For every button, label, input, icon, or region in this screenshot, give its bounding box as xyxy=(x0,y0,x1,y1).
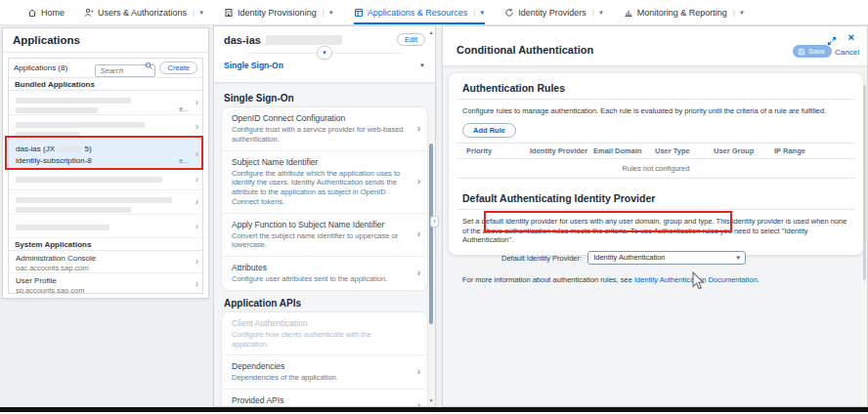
panel-title: Conditional Authentication xyxy=(456,44,593,56)
chevron-right-icon: › xyxy=(195,256,198,267)
redacted-text xyxy=(16,197,172,203)
close-icon[interactable]: × xyxy=(848,32,854,42)
home-icon xyxy=(27,8,37,18)
app-detail-content: Single Sign-On OpenID Connect Configurat… xyxy=(214,83,435,406)
chevron-right-icon: › xyxy=(417,123,420,134)
app-title: User Profile xyxy=(16,276,187,286)
conditional-authentication-panel: Conditional Authentication × Save Cancel… xyxy=(442,25,868,407)
search-icon[interactable] xyxy=(145,62,153,70)
footer-text: For more information about authenticatio… xyxy=(462,275,634,284)
create-button[interactable]: Create xyxy=(159,62,197,74)
edit-button[interactable]: Edit xyxy=(397,33,425,46)
redacted-text xyxy=(16,132,80,138)
app-list-item-redacted[interactable]: › xyxy=(9,190,202,215)
app-list-item-das-ias-selected[interactable]: das-ias (JX 5) identity-subscription-8 e… xyxy=(9,140,202,170)
nav-label: Applications & Resources xyxy=(368,8,468,18)
nav-item-identity-provisioning[interactable]: Identity Provisioning | ▼ xyxy=(224,0,334,24)
chevron-down-icon[interactable]: ▼ xyxy=(479,10,485,16)
redacted-text xyxy=(16,107,98,113)
applications-toolbar: Applications (8) Create xyxy=(9,59,202,78)
provisioning-icon xyxy=(224,8,234,18)
section-card: OpenID Connect Configuration Configure t… xyxy=(222,107,427,290)
app-list-item-redacted[interactable]: e... › xyxy=(9,91,202,115)
nav-item-identity-providers[interactable]: Identity Providers | ▼ xyxy=(504,0,604,24)
app-detail-panel: das-ias Edit ▼ Single Sign-On ▼ Single S… xyxy=(213,25,436,407)
section-card: Client Authentication Configure how clie… xyxy=(222,312,427,406)
cancel-button[interactable]: Cancel xyxy=(835,48,859,57)
chevron-down-icon[interactable]: ▼ xyxy=(598,10,604,16)
nav-item-monitoring-reporting[interactable]: Monitoring & Reporting | ▼ xyxy=(624,0,745,24)
item-subject-name-identifier[interactable]: Subject Name Identifier Configure the at… xyxy=(222,151,427,214)
monitoring-icon xyxy=(624,8,633,18)
ias-admin-console: Home Users & Authorizations | ▼ Identity… xyxy=(0,0,868,414)
nav-separator: | xyxy=(323,8,325,17)
chevron-down-icon: ▼ xyxy=(735,252,741,264)
app-title: Administration Console xyxy=(16,254,187,264)
item-title: Apply Function to Subject Name Identifie… xyxy=(232,220,408,229)
item-title: Provided APIs xyxy=(232,395,408,405)
system-applications-header: System Applications xyxy=(9,238,202,251)
item-dependencies[interactable]: Dependencies Dependencies of the applica… xyxy=(222,355,427,390)
chevron-down-icon[interactable]: ▼ xyxy=(328,10,334,16)
section-header-application-apis: Application APIs xyxy=(224,298,425,309)
chevron-down-icon[interactable]: ▼ xyxy=(739,10,745,16)
search-field-wrap xyxy=(95,60,155,77)
app-list-item-redacted[interactable]: › xyxy=(9,115,202,140)
item-client-authentication-disabled: Client Authentication Configure how clie… xyxy=(222,312,427,356)
nav-item-applications-resources[interactable]: Applications & Resources | ▼ xyxy=(354,0,486,24)
save-disk-icon xyxy=(798,48,805,56)
collapse-header-button[interactable]: ▼ xyxy=(317,46,332,60)
scrollbar-thumb[interactable] xyxy=(429,144,433,324)
item-desc: Configure user attributes sent to the ap… xyxy=(232,274,408,284)
item-title: Attributes xyxy=(232,263,408,272)
item-title: OpenID Connect Configuration xyxy=(232,113,408,123)
column-identity-provider: Identity Provider xyxy=(530,146,593,155)
nav-separator: | xyxy=(592,8,594,17)
app-name-suffix: 5) xyxy=(84,145,91,153)
expand-icon xyxy=(827,36,837,46)
app-list-item-redacted[interactable]: › xyxy=(9,215,202,238)
scroll-down-icon[interactable]: ▼ xyxy=(428,397,434,403)
chevron-down-icon[interactable]: ▼ xyxy=(198,10,204,16)
default-idp-selected-value: Identity Authentication xyxy=(593,253,665,262)
expand-panel-button[interactable] xyxy=(827,32,837,42)
item-apply-function-subject-name-identifier[interactable]: Apply Function to Subject Name Identifie… xyxy=(222,214,427,258)
chevron-right-icon: › xyxy=(195,148,198,159)
chevron-right-icon: › xyxy=(195,174,198,185)
save-button[interactable]: Save xyxy=(793,45,832,58)
top-navigation: Home Users & Authorizations | ▼ Identity… xyxy=(0,0,868,25)
divider xyxy=(456,99,855,100)
app-detail-header: das-ias Edit ▼ Single Sign-On ▼ xyxy=(214,26,435,83)
item-openid-connect-configuration[interactable]: OpenID Connect Configuration Configure t… xyxy=(222,107,427,151)
default-idp-select[interactable]: Identity Authentication ▼ xyxy=(587,251,746,265)
column-ip-range: IP Range xyxy=(774,146,855,155)
applications-list-card: Applications (8) Create Bundled Applicat… xyxy=(8,58,203,294)
chevron-right-icon: › xyxy=(195,221,198,231)
divider xyxy=(456,209,855,210)
item-attributes[interactable]: Attributes Configure user attributes sen… xyxy=(222,257,427,290)
app-list-item-administration-console[interactable]: Administration Console oac.accounts.sap.… xyxy=(9,251,202,273)
protocol-selector[interactable]: Single Sign-On ▼ xyxy=(214,61,435,70)
default-idp-section: Default Authenticating Identity Provider… xyxy=(456,192,855,265)
redacted-text xyxy=(266,35,342,45)
panel-scrollbar-thumb[interactable] xyxy=(863,85,866,280)
redacted-text xyxy=(57,146,82,152)
item-desc: Convert the subject name identifier to u… xyxy=(232,231,408,251)
conditional-authentication-header: Conditional Authentication × Save Cancel xyxy=(443,26,867,65)
add-rule-button[interactable]: Add Rule xyxy=(462,123,516,138)
chevron-right-icon: › xyxy=(195,196,198,207)
redacted-text xyxy=(16,225,109,230)
app-list-item-user-profile[interactable]: User Profile sp.accounts.sap.com › xyxy=(9,273,202,294)
scroll-up-icon[interactable]: ▲ xyxy=(428,29,434,35)
nav-item-users-authorizations[interactable]: Users & Authorizations | ▼ xyxy=(84,0,204,24)
default-idp-description: Set a default identity provider for user… xyxy=(456,217,855,245)
item-provided-apis[interactable]: Provided APIs Provided APIs of the appli… xyxy=(222,390,427,406)
app-list-item-redacted[interactable]: › xyxy=(9,170,202,190)
documentation-link[interactable]: Identity Authentication Documentation xyxy=(634,275,758,284)
column-priority: Priority xyxy=(466,146,530,155)
documentation-footer: For more information about authenticatio… xyxy=(456,275,855,284)
app-subtitle: identity-subscription-8 xyxy=(16,156,92,165)
chevron-right-icon: › xyxy=(417,176,420,186)
panel-splitter-grip[interactable]: ‹ xyxy=(430,216,439,228)
nav-item-home[interactable]: Home xyxy=(27,0,65,24)
